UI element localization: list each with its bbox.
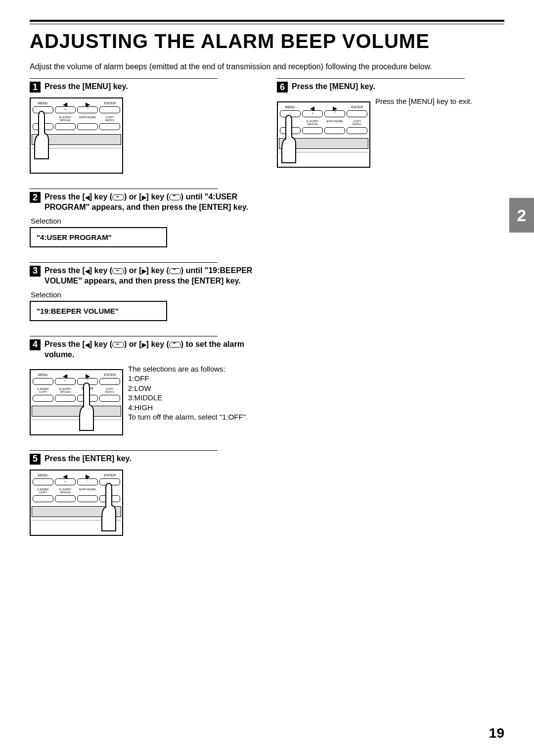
top-rule bbox=[30, 20, 504, 24]
selection-label: Selection bbox=[31, 217, 257, 225]
panel-label-copyratio: COPY RATIO bbox=[99, 387, 120, 393]
step-title: Press the [MENU] key. bbox=[44, 82, 128, 92]
page-number: 19 bbox=[489, 725, 504, 741]
step-title: Press the [ENTER] key. bbox=[44, 454, 132, 464]
panel-right-button bbox=[77, 106, 98, 113]
control-panel-illustration: MENU ENTER 2-SIDED COPY E-SORT/ SP.FUN bbox=[30, 470, 123, 536]
finger-icon bbox=[280, 114, 298, 164]
step-body-text: The selections are as follows: 1:OFF 2:L… bbox=[128, 364, 257, 435]
lcd-display-box: "4:USER PROGRAM" bbox=[30, 227, 167, 247]
panel-right-button bbox=[77, 478, 98, 485]
arrow-left-icon bbox=[85, 339, 89, 350]
step-number-badge: 3 bbox=[30, 266, 41, 277]
step-6: 6 Press the [MENU] key. MENU ENTER bbox=[277, 78, 504, 168]
step-number-badge: 2 bbox=[30, 192, 41, 203]
control-panel-illustration: MENU ENTER 2-SIDED COPY bbox=[30, 369, 123, 435]
finger-icon bbox=[78, 382, 95, 431]
panel-label-enter: ENTER bbox=[100, 373, 120, 377]
step-body-text: Press the [MENU] key to exit. bbox=[375, 96, 504, 168]
arrow-left-icon bbox=[85, 192, 89, 202]
panel-2sided-button bbox=[33, 495, 53, 502]
panel-menu-button bbox=[33, 378, 53, 385]
panel-label-exposure: EXPOSURE bbox=[324, 120, 345, 126]
panel-label-copyratio: COPY RATIO bbox=[347, 120, 367, 126]
panel-label-menu: MENU bbox=[280, 105, 300, 109]
control-panel-illustration: MENU ENTER ED Y bbox=[277, 101, 370, 168]
oval-down-icon bbox=[112, 194, 124, 200]
panel-exposure-button bbox=[324, 127, 345, 134]
panel-label-exposure: EXPOSURE bbox=[77, 116, 98, 122]
panel-esort-button bbox=[55, 495, 76, 502]
lcd-display-box: "19:BEEPER VOLUME" bbox=[30, 301, 167, 321]
oval-down-icon bbox=[112, 268, 124, 274]
panel-esort-button bbox=[55, 123, 76, 130]
panel-enter-button bbox=[347, 110, 367, 117]
finger-icon bbox=[100, 482, 118, 532]
panel-left-button bbox=[55, 478, 76, 485]
step-number-badge: 5 bbox=[30, 454, 41, 465]
step-title: Press the [] key () or [] key () until "… bbox=[44, 192, 257, 213]
panel-label-enter: ENTER bbox=[347, 105, 367, 109]
step-5: 5 Press the [ENTER] key. MENU ENTER bbox=[30, 450, 257, 536]
panel-left-button bbox=[55, 378, 76, 385]
step-4: 4 Press the [] key () or [] key () to se… bbox=[30, 336, 257, 435]
panel-left-button bbox=[302, 110, 323, 117]
panel-copyratio-button bbox=[99, 395, 120, 402]
step-number-badge: 4 bbox=[30, 339, 41, 350]
step-rule bbox=[30, 262, 218, 263]
step-2: 2 Press the [] key () or [] key () until… bbox=[30, 189, 257, 247]
arrow-right-icon bbox=[142, 339, 146, 350]
step-rule bbox=[277, 78, 465, 79]
panel-2sided-button bbox=[33, 395, 53, 402]
manual-page: ADJUSTING THE ALARM BEEP VOLUME Adjust t… bbox=[0, 0, 534, 756]
step-3: 3 Press the [] key () or [] key () until… bbox=[30, 262, 257, 321]
panel-label-menu: MENU bbox=[33, 101, 53, 105]
panel-copyratio-button bbox=[347, 127, 367, 134]
panel-label-enter: ENTER bbox=[100, 473, 120, 477]
selection-label: Selection bbox=[31, 290, 257, 299]
panel-label-menu: MENU bbox=[33, 473, 53, 477]
control-panel-illustration: MENU ENTER ED Y E-SORT/ SP.FUN bbox=[30, 97, 123, 174]
panel-exposure-button bbox=[77, 495, 98, 502]
intro-text: Adjust the volume of alarm beeps (emitte… bbox=[30, 62, 504, 71]
panel-left-button bbox=[55, 106, 76, 113]
step-title: Press the [] key () or [] key () until "… bbox=[44, 266, 257, 286]
oval-up-icon bbox=[169, 342, 181, 348]
panel-label-2sided: 2-SIDED COPY bbox=[33, 387, 53, 393]
page-title: ADJUSTING THE ALARM BEEP VOLUME bbox=[30, 30, 504, 52]
panel-label-exposure: EXPOSURE bbox=[77, 488, 98, 494]
oval-up-icon bbox=[169, 194, 181, 200]
panel-esort-button bbox=[302, 127, 323, 134]
panel-label-esort: E-SORT/ SP.FUN bbox=[55, 488, 76, 494]
panel-enter-button bbox=[99, 106, 120, 113]
panel-enter-button bbox=[99, 378, 120, 385]
panel-label-esort: E-SORT/ SP.FUN bbox=[302, 120, 323, 126]
two-column-layout: 1 Press the [MENU] key. MENU ENTER bbox=[30, 78, 504, 551]
panel-exposure-button bbox=[77, 123, 98, 130]
right-column: 6 Press the [MENU] key. MENU ENTER bbox=[277, 78, 504, 551]
step-rule bbox=[30, 189, 218, 189]
left-column: 1 Press the [MENU] key. MENU ENTER bbox=[30, 78, 257, 551]
panel-lcd bbox=[32, 406, 121, 417]
oval-down-icon bbox=[112, 342, 124, 348]
arrow-right-icon bbox=[142, 266, 146, 276]
arrow-left-icon bbox=[85, 266, 89, 276]
chapter-tab: 2 bbox=[509, 198, 534, 233]
step-title: Press the [] key () or [] key () to set … bbox=[44, 339, 257, 360]
step-rule bbox=[30, 78, 218, 79]
panel-right-button bbox=[324, 110, 345, 117]
arrow-right-icon bbox=[142, 192, 146, 202]
panel-copyratio-button bbox=[99, 123, 120, 130]
panel-label-copyratio: COPY RATIO bbox=[99, 116, 120, 122]
step-1: 1 Press the [MENU] key. MENU ENTER bbox=[30, 78, 257, 174]
step-number-badge: 1 bbox=[30, 82, 41, 93]
panel-esort-button bbox=[55, 395, 76, 402]
step-title: Press the [MENU] key. bbox=[292, 82, 375, 92]
step-number-badge: 6 bbox=[277, 82, 288, 93]
panel-label-esort: E-SORT/ SP.FUN bbox=[55, 387, 76, 393]
step-rule bbox=[30, 336, 218, 336]
finger-icon bbox=[33, 110, 50, 160]
panel-label-enter: ENTER bbox=[100, 101, 120, 105]
panel-label-esort: E-SORT/ SP.FUN bbox=[55, 116, 76, 122]
step-rule bbox=[30, 450, 218, 451]
